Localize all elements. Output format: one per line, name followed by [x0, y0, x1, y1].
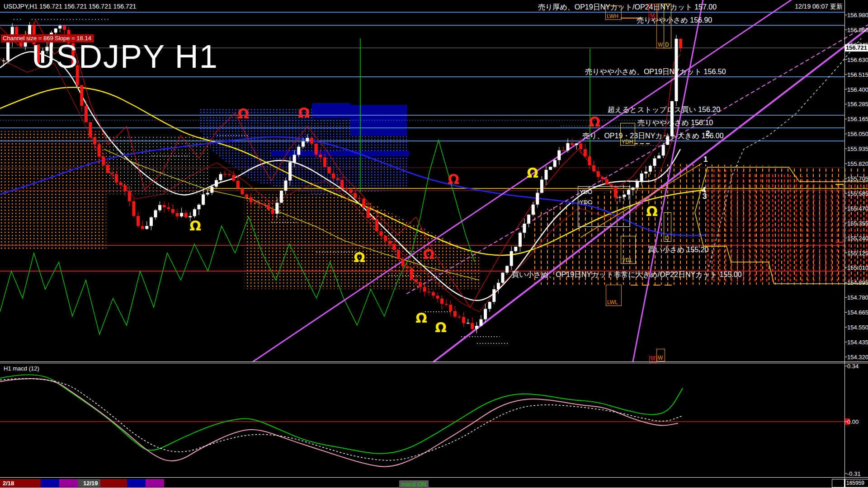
- candle-body: [393, 244, 396, 250]
- price-axis-label: 156.165: [847, 116, 868, 122]
- candle-body: [98, 144, 101, 157]
- session-box-label: W: [658, 355, 663, 361]
- pane-separator: [0, 477, 868, 478]
- candle-body: [176, 213, 179, 216]
- candle-body: [119, 183, 123, 185]
- candle-body: [380, 231, 383, 236]
- candle-body: [432, 292, 435, 296]
- omega-marker: Ω: [298, 105, 310, 121]
- session-box: W: [656, 4, 664, 48]
- candle-body: [423, 287, 426, 291]
- candle-body: [653, 158, 656, 165]
- price-axis-label: 155.935: [847, 145, 868, 152]
- candle-body: [250, 197, 253, 202]
- candle-body: [267, 205, 270, 210]
- candle-body: [158, 205, 161, 211]
- timeline-strip[interactable]: [0, 479, 164, 487]
- price-ref-label: YDC: [580, 199, 592, 206]
- candle-body: [275, 203, 278, 214]
- candle-body: [523, 224, 526, 233]
- candle-body: [54, 28, 57, 33]
- candle-body: [358, 198, 361, 199]
- candle-body: [505, 266, 509, 273]
- omega-marker: Ω: [448, 171, 459, 187]
- candle-body: [384, 236, 387, 241]
- price-ref-label: YDO: [580, 188, 592, 195]
- pane-separator: [0, 363, 868, 363]
- price-axis-label: 155.470: [847, 205, 868, 211]
- update-timestamp: 12/19 06:07 更新: [795, 3, 843, 11]
- candle-body: [297, 147, 300, 155]
- candle-body: [579, 144, 582, 149]
- candle-body: [198, 205, 201, 209]
- candle-body: [241, 188, 244, 195]
- candle-body: [293, 155, 296, 162]
- price-axis-label: 154.435: [847, 339, 868, 346]
- timeline-segment: [100, 479, 127, 487]
- candle-body: [467, 323, 470, 324]
- candle-body: [636, 182, 639, 188]
- macd-curves: [0, 375, 850, 466]
- candle-body: [167, 207, 170, 209]
- session-box-label: M: [651, 356, 655, 361]
- price-axis-label: 156.050: [847, 131, 868, 137]
- candle-body: [575, 144, 578, 145]
- price-axis-label: 154.665: [847, 309, 868, 316]
- candle-body: [445, 304, 448, 305]
- candle-body: [111, 173, 114, 174]
- candle-body: [488, 302, 491, 309]
- candle-body: [375, 219, 378, 231]
- candle-body: [553, 160, 557, 167]
- candle-body: [228, 174, 231, 175]
- candle-body: [562, 150, 565, 151]
- candle-body: [657, 155, 660, 158]
- candle-body: [280, 191, 283, 203]
- order-annotation: 超えるとストップロス買い 156.20: [608, 105, 720, 115]
- candle-body: [605, 179, 609, 184]
- omega-marker: Ω: [589, 114, 600, 130]
- pane-separator: [0, 361, 868, 362]
- session-box-label: LWH: [607, 14, 618, 19]
- candle-body: [271, 210, 274, 214]
- candle-body: [28, 25, 31, 35]
- candle-body: [254, 202, 257, 203]
- session-box-label: D: [665, 235, 669, 241]
- timeline-date-label: 2/18: [3, 480, 14, 487]
- candle-body: [193, 209, 196, 216]
- candle-body: [492, 289, 495, 302]
- price-axis-label: 155.820: [847, 160, 868, 167]
- candle-body: [571, 143, 574, 145]
- candle-body: [128, 191, 131, 201]
- price-axis-label: 155.125: [847, 249, 868, 256]
- candle-body: [319, 155, 322, 157]
- candle-body: [232, 175, 235, 181]
- candle-body: [584, 149, 587, 156]
- session-box-label: YDL: [622, 258, 632, 263]
- price-axis-label: 154.320: [847, 353, 868, 360]
- candle-body: [484, 309, 487, 319]
- candle-body: [328, 167, 331, 173]
- candle-body: [588, 156, 591, 165]
- candle-body: [640, 174, 643, 182]
- candle-body: [215, 180, 218, 187]
- macd-axis-label: 0.34: [847, 363, 859, 370]
- candle-body: [532, 205, 535, 215]
- omega-marker: Ω: [646, 203, 658, 219]
- candle-body: [63, 26, 66, 30]
- candle-body: [427, 292, 430, 293]
- count-label: 2: [706, 129, 710, 138]
- timeline-date-label: 12/19: [83, 480, 98, 487]
- price-axis-label: 156.285: [847, 101, 868, 108]
- session-box: M: [649, 357, 657, 362]
- candle-body: [102, 157, 105, 165]
- order-annotation: 売りやや小さめ 156.10: [637, 118, 713, 128]
- order-annotation: 買い小さめ 155.20: [648, 245, 709, 255]
- candle-body: [497, 283, 500, 289]
- macd-toggle-button[interactable]: macd ON: [399, 480, 429, 488]
- order-annotation: 売り厚め、OP19日NYカット/OP24日NYカット 157.00: [538, 3, 717, 12]
- candle-body: [649, 166, 652, 172]
- candle-body: [545, 170, 548, 180]
- candle-body: [401, 259, 405, 266]
- timeline-segment: [146, 479, 164, 487]
- omega-marker: Ω: [189, 218, 201, 234]
